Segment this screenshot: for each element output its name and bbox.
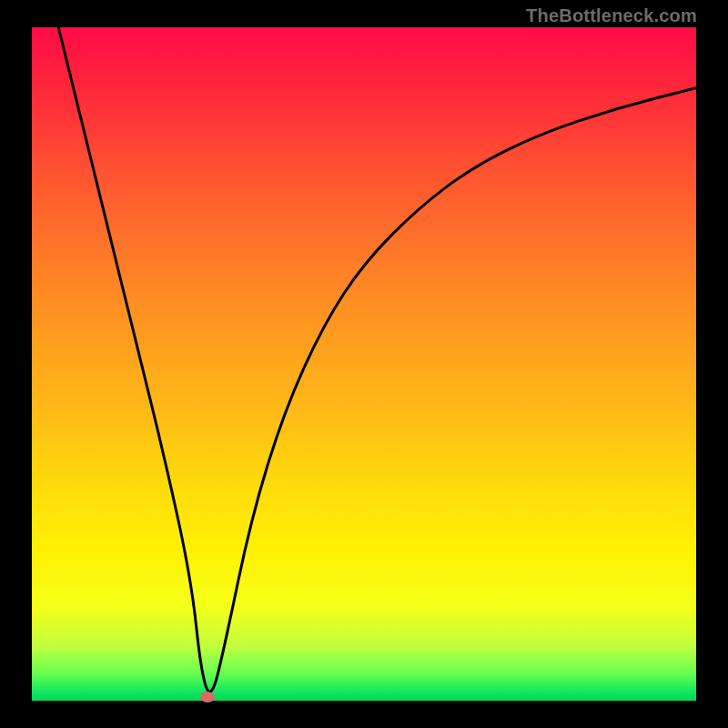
plot-area bbox=[32, 27, 696, 701]
chart-container: TheBottleneck.com bbox=[0, 0, 728, 728]
bottleneck-curve bbox=[32, 27, 696, 701]
curve-minimum-marker bbox=[200, 692, 215, 703]
watermark-text: TheBottleneck.com bbox=[526, 5, 697, 26]
